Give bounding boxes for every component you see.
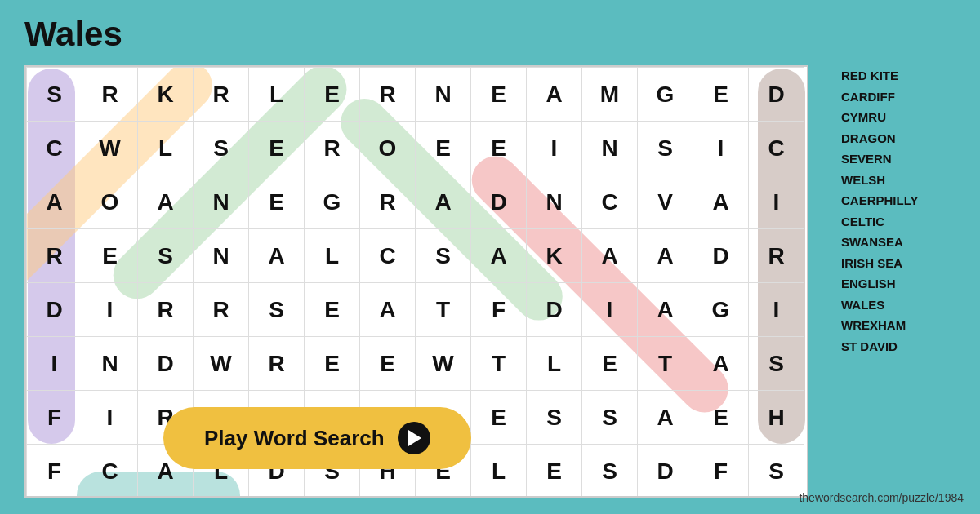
grid-cell: R	[194, 68, 249, 122]
grid-cell: L	[305, 229, 360, 283]
grid-cell: L	[527, 337, 582, 391]
grid-cell: A	[693, 175, 749, 229]
grid-cell: A	[638, 229, 693, 283]
grid-cell: E	[582, 337, 638, 391]
grid-cell: R	[305, 122, 360, 175]
word-list-item: SEVERN	[841, 148, 972, 170]
grid-cell: R	[194, 283, 249, 337]
grid-cell: R	[138, 283, 194, 337]
grid-cell: S	[194, 122, 249, 175]
cta-label: Play Word Search	[204, 426, 385, 451]
grid-cell: S	[582, 445, 638, 498]
grid-cell: R	[749, 229, 804, 283]
grid-cell: W	[194, 337, 249, 391]
grid-cell: I	[693, 122, 749, 175]
grid-cell: S	[27, 68, 82, 122]
grid-cell: R	[249, 337, 305, 391]
grid-cell: K	[138, 68, 194, 122]
grid-cell: O	[82, 175, 138, 229]
word-list-item: DRAGON	[841, 128, 972, 149]
grid-cell: E	[693, 68, 749, 122]
grid-cell: I	[27, 337, 82, 391]
grid-cell: D	[27, 283, 82, 337]
grid-cell: S	[638, 122, 693, 175]
grid-cell: E	[416, 122, 471, 175]
grid-cell: D	[527, 283, 582, 337]
grid-cell: C	[82, 445, 138, 498]
grid-cell: H	[749, 391, 804, 445]
word-list-item: RED KITE	[841, 65, 972, 86]
grid-cell: A	[582, 229, 638, 283]
grid-cell: A	[693, 337, 749, 391]
grid-cell: W	[82, 122, 138, 175]
word-list-item: IRISH SEA	[841, 253, 972, 274]
grid-cell: S	[249, 283, 305, 337]
word-list-item: CARDIFF	[841, 86, 972, 108]
word-list-item: ST DAVID	[841, 336, 972, 357]
word-list-item: CELTIC	[841, 211, 972, 233]
grid-cell: L	[471, 445, 527, 498]
grid-cell: N	[582, 122, 638, 175]
word-list-item: WALES	[841, 295, 972, 316]
grid-cell: F	[471, 283, 527, 337]
grid-cell: A	[138, 175, 194, 229]
grid-cell: D	[638, 445, 693, 498]
grid-cell: S	[138, 229, 194, 283]
grid-cell: S	[582, 391, 638, 445]
grid-cell: T	[638, 337, 693, 391]
grid-cell: L	[249, 68, 305, 122]
grid-cell: C	[360, 229, 416, 283]
word-list-item: WREXHAM	[841, 315, 972, 336]
grid-cell: L	[138, 122, 194, 175]
word-list-item: CAERPHILLY	[841, 190, 972, 211]
grid-cell: E	[305, 283, 360, 337]
grid-cell: S	[749, 337, 804, 391]
grid-cell: N	[194, 175, 249, 229]
play-icon	[398, 422, 430, 454]
grid-cell: I	[749, 175, 804, 229]
grid-cell: E	[693, 391, 749, 445]
grid-cell: E	[305, 68, 360, 122]
grid-cell: T	[471, 337, 527, 391]
grid-cell: A	[416, 175, 471, 229]
grid-cell: T	[416, 283, 471, 337]
grid-cell: N	[416, 68, 471, 122]
grid-cell: R	[82, 68, 138, 122]
grid-cell: I	[82, 391, 138, 445]
grid-cell: R	[27, 229, 82, 283]
page-title: Wales	[24, 15, 122, 54]
grid-cell: E	[305, 337, 360, 391]
grid-cell: S	[749, 445, 804, 498]
play-button[interactable]: Play Word Search	[163, 407, 471, 469]
grid-cell: N	[194, 229, 249, 283]
grid-cell: C	[582, 175, 638, 229]
word-list-item: CYMRU	[841, 107, 972, 128]
grid-cell: A	[638, 283, 693, 337]
grid-cell: F	[27, 445, 82, 498]
grid-cell: I	[82, 283, 138, 337]
grid-cell: S	[527, 391, 582, 445]
grid-cell: F	[27, 391, 82, 445]
word-list: RED KITECARDIFFCYMRUDRAGONSEVERNWELSHCAE…	[841, 65, 972, 357]
grid-cell: N	[527, 175, 582, 229]
grid-cell: R	[360, 175, 416, 229]
grid-cell: I	[527, 122, 582, 175]
grid-cell: A	[249, 229, 305, 283]
grid-cell: N	[82, 337, 138, 391]
grid-cell: O	[360, 122, 416, 175]
grid-cell: M	[582, 68, 638, 122]
grid-cell: E	[471, 122, 527, 175]
word-list-item: WELSH	[841, 170, 972, 191]
grid-cell: D	[749, 68, 804, 122]
grid-cell: E	[249, 122, 305, 175]
grid-cell: E	[471, 68, 527, 122]
grid-cell: E	[360, 337, 416, 391]
grid-cell: G	[638, 68, 693, 122]
grid-cell: I	[749, 283, 804, 337]
grid-cell: C	[749, 122, 804, 175]
grid-cell: A	[27, 175, 82, 229]
grid-cell: A	[638, 391, 693, 445]
grid-cell: E	[249, 175, 305, 229]
grid-cell: F	[693, 445, 749, 498]
grid-cell: C	[27, 122, 82, 175]
